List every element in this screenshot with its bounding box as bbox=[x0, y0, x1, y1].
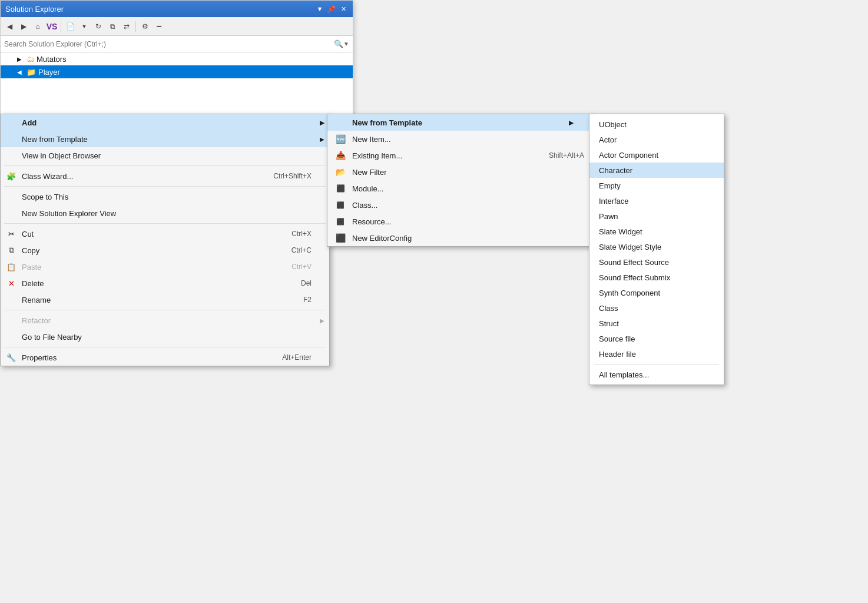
menu2-label-new-editorconfig: New EditorConfig bbox=[352, 234, 412, 243]
menu-item-properties[interactable]: 🔧 Properties Alt+Enter bbox=[1, 349, 329, 366]
menu-item-new-from-template[interactable]: New from Template ▶ bbox=[1, 131, 329, 147]
menu3-item-struct[interactable]: Struct bbox=[589, 316, 724, 331]
menu3-label-actor: Actor bbox=[599, 135, 617, 144]
sync-btn[interactable]: ⇄ bbox=[120, 20, 133, 33]
menu3-label-uobject: UObject bbox=[599, 120, 627, 129]
title-bar: Solution Explorer ▼ 📌 ✕ bbox=[1, 1, 353, 17]
menu3-label-sound-effect-submix: Sound Effect Submix bbox=[599, 273, 670, 282]
search-input[interactable] bbox=[4, 40, 334, 48]
menu-label-copy: Copy bbox=[22, 246, 39, 255]
menu-item-scope-to-this[interactable]: Scope to This bbox=[1, 188, 329, 205]
settings-btn[interactable]: ⚙ bbox=[138, 20, 151, 33]
properties-icon: 🔧 bbox=[5, 353, 17, 362]
copy-btn[interactable]: ⧉ bbox=[106, 20, 119, 33]
shortcut-delete: Del bbox=[301, 279, 312, 287]
menu-item-paste: 📋 Paste Ctrl+V bbox=[1, 259, 329, 275]
new-file-btn[interactable]: 📄 bbox=[64, 20, 77, 33]
menu3-label-slate-widget-style: Slate Widget Style bbox=[599, 243, 661, 251]
tree-item-mutators[interactable]: ▶ 🗂 Mutators bbox=[1, 52, 353, 65]
menu3-item-sound-effect-source[interactable]: Sound Effect Source bbox=[589, 254, 724, 270]
shortcut-properties: Alt+Enter bbox=[282, 353, 312, 362]
pin-btn[interactable]: 📌 bbox=[327, 4, 336, 14]
menu3-item-slate-widget[interactable]: Slate Widget bbox=[589, 224, 724, 239]
tree-expand-arrow: ▶ bbox=[17, 56, 24, 62]
menu2-label-class: Class... bbox=[352, 201, 377, 210]
menu-item-class-wizard[interactable]: 🧩 Class Wizard... Ctrl+Shift+X bbox=[1, 168, 329, 184]
solution-explorer-title: Solution Explorer bbox=[5, 5, 64, 14]
menu2-item-class[interactable]: ⬛ Class... bbox=[327, 197, 591, 213]
tree-item-player[interactable]: ◀ 📁 Player bbox=[1, 65, 353, 78]
menu2-item-new-filter[interactable]: 📂 New Filter bbox=[327, 164, 591, 180]
dropdown-arrow-btn[interactable]: ▼ bbox=[315, 4, 324, 14]
menu-item-cut[interactable]: ✂ Cut Ctrl+X bbox=[1, 226, 329, 242]
menu-label-view-object-browser: View in Object Browser bbox=[22, 151, 101, 160]
menu-label-new-solution-explorer-view: New Solution Explorer View bbox=[22, 209, 116, 218]
menu3-item-interface[interactable]: Interface bbox=[589, 193, 724, 208]
back-btn[interactable]: ◀ bbox=[3, 20, 16, 33]
menu-label-new-from-template: New from Template bbox=[22, 135, 88, 144]
menu3-label-class: Class bbox=[599, 304, 618, 313]
menu3-item-synth-component[interactable]: Synth Component bbox=[589, 285, 724, 300]
minus-btn[interactable]: − bbox=[153, 20, 165, 33]
existing-item-icon: 📥 bbox=[333, 151, 347, 160]
separator-2 bbox=[135, 21, 136, 32]
forward-btn[interactable]: ▶ bbox=[17, 20, 30, 33]
shortcut-rename: F2 bbox=[303, 296, 312, 304]
resource-icon: ⬛ bbox=[333, 218, 347, 226]
menu-label-properties: Properties bbox=[22, 353, 57, 362]
menu3-item-empty[interactable]: Empty bbox=[589, 178, 724, 193]
separator-before-properties bbox=[4, 347, 326, 347]
menu3-item-header-file[interactable]: Header file bbox=[589, 346, 724, 362]
tree-item-label-mutators: Mutators bbox=[37, 55, 67, 64]
menu-item-new-solution-explorer-view[interactable]: New Solution Explorer View bbox=[1, 205, 329, 221]
menu2-item-new-item[interactable]: 🆕 New Item... bbox=[327, 131, 591, 147]
menu3-item-character[interactable]: Character bbox=[589, 163, 724, 178]
menu2-label-new-filter: New Filter bbox=[352, 168, 387, 177]
menu2-item-resource[interactable]: ⬛ Resource... bbox=[327, 213, 591, 230]
menu3-item-source-file[interactable]: Source file bbox=[589, 331, 724, 346]
menu2-item-module[interactable]: ⬛ Module... bbox=[327, 180, 591, 197]
new-item-icon: 🆕 bbox=[333, 134, 347, 144]
menu-item-refactor: Refactor ▶ bbox=[1, 312, 329, 329]
menu2-label-new-item: New Item... bbox=[352, 135, 391, 144]
menu3-item-all-templates[interactable]: All templates... bbox=[589, 367, 724, 382]
menu-item-go-to-file[interactable]: Go to File Nearby bbox=[1, 329, 329, 345]
title-bar-right: ▼ 📌 ✕ bbox=[315, 4, 348, 14]
menu2-label-resource: Resource... bbox=[352, 217, 391, 226]
close-btn[interactable]: ✕ bbox=[339, 4, 348, 14]
menu-item-rename[interactable]: Rename F2 bbox=[1, 291, 329, 308]
context-menu-new-from-template: New from Template ▶ 🆕 New Item... 📥 Exis… bbox=[327, 114, 592, 247]
refresh-btn[interactable]: ↻ bbox=[92, 20, 105, 33]
menu-item-copy[interactable]: ⧉ Copy Ctrl+C bbox=[1, 242, 329, 259]
menu2-item-existing-item[interactable]: 📥 Existing Item... Shift+Alt+A bbox=[327, 147, 591, 164]
menu3-item-class[interactable]: Class bbox=[589, 300, 724, 316]
menu-item-delete[interactable]: ✕ Delete Del bbox=[1, 275, 329, 291]
separator-after-wizard bbox=[4, 186, 326, 187]
menu-label-paste: Paste bbox=[22, 263, 41, 271]
search-options-icon[interactable]: ▼ bbox=[343, 41, 349, 47]
submenu-arrow-refactor: ▶ bbox=[320, 317, 324, 324]
menu-item-view-object-browser[interactable]: View in Object Browser bbox=[1, 147, 329, 164]
menu2-item-new-editorconfig[interactable]: ⬛ New EditorConfig bbox=[327, 230, 591, 246]
menu3-label-empty: Empty bbox=[599, 181, 621, 190]
tree-item-label-player: Player bbox=[38, 68, 60, 77]
menu3-label-struct: Struct bbox=[599, 319, 619, 328]
menu-header-label-add: Add bbox=[22, 118, 37, 127]
menu3-item-actor-component[interactable]: Actor Component bbox=[589, 147, 724, 163]
class-wizard-icon: 🧩 bbox=[5, 172, 17, 181]
search-bar[interactable]: 🔍 ▼ bbox=[1, 36, 353, 52]
vs-icon-btn[interactable]: VS bbox=[45, 20, 58, 33]
menu-label-delete: Delete bbox=[22, 279, 44, 288]
menu3-item-sound-effect-submix[interactable]: Sound Effect Submix bbox=[589, 270, 724, 285]
menu3-item-actor[interactable]: Actor bbox=[589, 132, 724, 147]
dropdown-btn[interactable]: ▼ bbox=[78, 20, 91, 33]
menu3-label-interface: Interface bbox=[599, 197, 629, 206]
menu3-item-slate-widget-style[interactable]: Slate Widget Style bbox=[589, 239, 724, 254]
menu3-item-pawn[interactable]: Pawn bbox=[589, 208, 724, 224]
menu3-separator bbox=[594, 364, 719, 365]
menu3-item-uobject[interactable]: UObject bbox=[589, 117, 724, 132]
context-menu-template-list: UObject Actor Actor Component Character … bbox=[589, 114, 724, 385]
home-btn[interactable]: ⌂ bbox=[31, 20, 44, 33]
search-icon[interactable]: 🔍 bbox=[334, 39, 343, 48]
menu-label-class-wizard: Class Wizard... bbox=[22, 172, 73, 181]
